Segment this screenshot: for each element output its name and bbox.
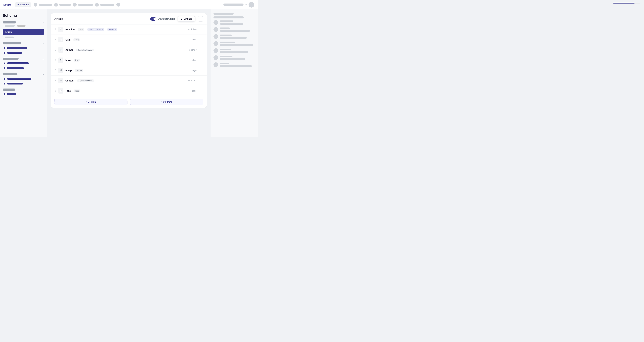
main-content: Article Show system fields ⚙ Settings ⋮ …: [47, 10, 211, 137]
drag-handle-slug[interactable]: ⠿: [54, 38, 56, 41]
top-nav: prepr ✳ Schema ▾: [0, 0, 258, 10]
field-type-intro: Text: [74, 59, 80, 62]
rp-lines-6: [220, 56, 255, 60]
rp-avatar-6: [214, 55, 218, 60]
field-more-content[interactable]: ⋮: [198, 78, 203, 83]
field-row-intro: ⠿ T Intro Text intro ⋮: [51, 55, 206, 66]
nav-tab-schema[interactable]: ✳ Schema: [15, 2, 31, 7]
field-badge-seo-title: SEO title: [107, 28, 117, 31]
nav-pills: [34, 3, 221, 6]
field-more-author[interactable]: ⋮: [198, 48, 203, 52]
sidebar-nav-item-6[interactable]: [3, 82, 44, 86]
rp-line-3-2: [220, 37, 247, 39]
sidebar-nav-item-2[interactable]: [3, 51, 44, 55]
sidebar-nav-item-5[interactable]: [3, 76, 44, 81]
nav-pill-dot-3: [73, 3, 77, 6]
rp-row-6: [214, 55, 255, 60]
field-name-content: Content: [66, 79, 74, 82]
sidebar-section-2-header: ▲: [3, 42, 44, 44]
sidebar-item-article[interactable]: Article: [3, 29, 44, 35]
sidebar-chevron-3[interactable]: ▲: [42, 58, 44, 60]
field-more-intro[interactable]: ⋮: [198, 58, 203, 62]
nav-pill-dot-5: [116, 3, 120, 6]
field-api-intro: intro: [190, 59, 196, 61]
chevron-down-icon[interactable]: ▾: [246, 4, 246, 6]
sidebar-section-1-bar: [3, 21, 16, 24]
avatar[interactable]: [248, 2, 254, 8]
field-row-image: ⠿ 🖼 Image Assets image ⋮: [51, 66, 206, 76]
rp-row-3: [214, 34, 255, 39]
add-columns-button[interactable]: + Columns: [130, 99, 203, 105]
rp-lines-2: [220, 28, 255, 32]
field-more-headline[interactable]: ⋮: [198, 27, 203, 32]
sidebar-nav-dot-6: [4, 83, 5, 84]
field-name-slug: Slug: [66, 38, 70, 41]
sidebar-nav-bar-2: [7, 52, 22, 54]
right-panel: [211, 10, 258, 137]
sidebar-nav-dot-3: [4, 62, 5, 64]
add-section-button[interactable]: + Section: [54, 99, 128, 105]
sidebar-chevron-4[interactable]: ▲: [42, 73, 44, 75]
rp-line-2-2: [220, 30, 250, 32]
sidebar-nav-dot-7: [4, 94, 5, 95]
rp-line-2-1: [220, 28, 230, 29]
drag-handle-intro[interactable]: ⠿: [54, 59, 56, 62]
rp-avatar-1: [214, 20, 218, 25]
show-system-fields-toggle[interactable]: [150, 17, 156, 20]
rp-line-6-1: [220, 56, 232, 57]
rp-lines-7: [220, 63, 255, 67]
schema-icon: ✳: [18, 3, 19, 6]
drag-handle-content[interactable]: ⠿: [54, 79, 56, 82]
sidebar-nav-item-1[interactable]: [3, 46, 44, 50]
sidebar-nav-dot-2: [4, 52, 5, 54]
field-more-slug[interactable]: ⋮: [198, 38, 203, 42]
field-api-content: content: [188, 80, 196, 82]
nav-pill-bar-1: [39, 4, 52, 6]
sidebar-nav-dot-5: [4, 78, 5, 80]
sidebar-section-3-header: ▲: [3, 58, 44, 60]
sidebar-section-1-header: ▲: [3, 21, 44, 24]
drag-handle-tags[interactable]: ⠿: [54, 90, 56, 92]
sidebar-nav-item-3[interactable]: [3, 61, 44, 66]
field-api-headline: headline: [187, 28, 196, 31]
nav-pill-1[interactable]: [34, 3, 52, 6]
drag-handle-image[interactable]: ⠿: [54, 69, 56, 72]
sidebar-sub-placeholder: [3, 36, 44, 40]
field-type-tags: Tags: [74, 90, 80, 92]
field-more-tags[interactable]: ⋮: [198, 88, 203, 93]
drag-handle-headline[interactable]: ⠿: [54, 28, 56, 31]
rp-row-1: [214, 20, 255, 25]
more-options-button[interactable]: ⋮: [198, 16, 203, 22]
rp-row-5: [214, 48, 255, 53]
nav-pill-dot-4: [95, 3, 99, 6]
sidebar-nav-dot-1: [4, 47, 5, 49]
rp-avatar-3: [214, 34, 218, 39]
field-more-image[interactable]: ⋮: [198, 68, 203, 73]
nav-pill-2[interactable]: [54, 3, 71, 6]
rp-line-1-1: [220, 20, 233, 22]
sidebar-section-2: ▲: [3, 42, 44, 55]
nav-pill-4[interactable]: [95, 3, 114, 6]
field-type-slug: Slug: [74, 38, 80, 41]
field-name-author: Author: [66, 48, 73, 51]
sidebar-sub-bar-3: [5, 36, 14, 38]
field-icon-headline: T: [58, 27, 64, 32]
sidebar: Schema ▲ Article ▲: [0, 10, 47, 137]
nav-pill-3[interactable]: [73, 3, 93, 6]
field-row-author: ⠿ 📄 Author Content reference author ⋮: [51, 45, 206, 55]
field-type-content: Dynamic content: [77, 79, 94, 82]
field-row-tags: ⠿ 🏷 Tags Tags tags ⋮: [51, 86, 206, 96]
drag-handle-author[interactable]: ⠿: [54, 48, 56, 51]
sidebar-nav-item-7[interactable]: [3, 92, 44, 96]
toggle-label: Show system fields: [158, 18, 175, 20]
sidebar-chevron-5[interactable]: ▲: [42, 88, 44, 91]
sidebar-chevron-2[interactable]: ▲: [42, 42, 44, 44]
settings-button[interactable]: ⚙ Settings: [178, 16, 195, 22]
toggle-area: Show system fields: [150, 17, 175, 20]
rp-avatar-2: [214, 27, 218, 32]
sidebar-nav-bar-4: [7, 67, 24, 69]
sidebar-nav-item-4[interactable]: [3, 66, 44, 70]
sidebar-chevron-1[interactable]: ▲: [42, 21, 44, 24]
field-icon-author: 📄: [58, 47, 64, 53]
sidebar-nav-bar-7: [7, 93, 16, 95]
